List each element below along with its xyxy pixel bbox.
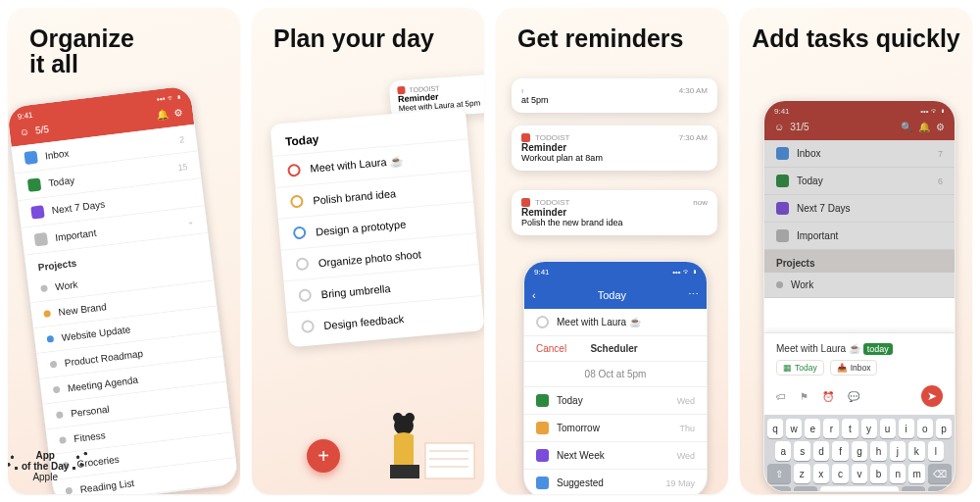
week-icon bbox=[776, 202, 789, 215]
arrow-right-icon bbox=[536, 449, 549, 462]
nav-today[interactable]: Today6 bbox=[764, 168, 955, 195]
gear-icon[interactable]: ⚙ bbox=[173, 107, 183, 119]
filter-icon bbox=[776, 229, 789, 242]
priority-ring-icon[interactable] bbox=[287, 164, 301, 177]
label-icon[interactable]: 🏷 bbox=[776, 391, 786, 402]
key-x[interactable]: x bbox=[813, 464, 830, 483]
nav-important[interactable]: Important bbox=[764, 223, 955, 250]
comment-icon[interactable]: 💬 bbox=[848, 391, 859, 402]
key-u[interactable]: u bbox=[880, 419, 896, 438]
schedule-option[interactable]: TomorrowThu bbox=[524, 415, 707, 442]
key-e[interactable]: e bbox=[805, 419, 820, 438]
bell-icon[interactable]: 🔔 bbox=[156, 109, 169, 121]
priority-ring-icon[interactable] bbox=[293, 226, 307, 239]
task-row[interactable]: Meet with Laura ☕ bbox=[524, 309, 707, 336]
key-return[interactable]: ⏎ bbox=[928, 486, 952, 492]
inbox-icon bbox=[776, 147, 789, 160]
priority-ring-icon[interactable] bbox=[298, 288, 312, 302]
project-item[interactable]: Work bbox=[764, 273, 955, 298]
key-n[interactable]: n bbox=[890, 464, 906, 483]
sparkle-icon bbox=[536, 477, 549, 489]
key-s[interactable]: s bbox=[794, 441, 809, 461]
key-q[interactable]: q bbox=[767, 419, 783, 438]
key-r[interactable]: r bbox=[823, 419, 839, 438]
illustration-person bbox=[370, 390, 478, 488]
phone-quick-add: 9:41••• ᯤ ▮ ☺ 31/5 🔍 🔔 ⚙ Inbox7 Today6 N… bbox=[763, 100, 956, 492]
key-l[interactable]: l bbox=[928, 441, 944, 461]
key-d[interactable]: d bbox=[813, 441, 829, 461]
week-icon bbox=[30, 205, 44, 219]
key-o[interactable]: o bbox=[917, 419, 933, 438]
key-h[interactable]: h bbox=[870, 441, 886, 461]
filter-icon bbox=[34, 232, 48, 246]
dot-icon bbox=[53, 386, 61, 394]
gear-icon[interactable]: ⚙ bbox=[936, 122, 945, 132]
submit-button[interactable]: ➤ bbox=[921, 385, 943, 407]
alarm-icon[interactable]: ⏰ bbox=[822, 391, 834, 402]
today-task-list: Today Meet with Laura ☕ Polish brand ide… bbox=[270, 108, 484, 348]
search-icon[interactable]: 🔍 bbox=[901, 122, 912, 132]
add-task-button[interactable]: + bbox=[307, 439, 340, 473]
quick-add-compose: Meet with Laura ☕ today ▦Today 📥Inbox 🏷 … bbox=[764, 332, 955, 492]
projects-heading: Projects bbox=[764, 250, 955, 273]
svg-point-6 bbox=[405, 413, 415, 423]
dot-icon bbox=[50, 361, 58, 369]
dot-icon bbox=[65, 487, 73, 494]
chip-today[interactable]: ▦Today bbox=[776, 360, 824, 376]
key-123[interactable]: 123 bbox=[767, 486, 791, 492]
key-g[interactable]: g bbox=[852, 441, 867, 461]
notification-card[interactable]: TODOISTnow Reminder Polish the new brand… bbox=[512, 190, 717, 235]
nav-inbox[interactable]: Inbox7 bbox=[764, 140, 955, 168]
schedule-option[interactable]: TodayWed bbox=[524, 387, 707, 415]
key-emoji[interactable]: ☺ bbox=[794, 486, 817, 492]
key-p[interactable]: p bbox=[936, 419, 952, 438]
chip-inbox[interactable]: 📥Inbox bbox=[830, 360, 878, 376]
key-v[interactable]: v bbox=[852, 464, 868, 483]
nav-next7days[interactable]: Next 7 Days bbox=[764, 195, 955, 223]
date-token[interactable]: today bbox=[863, 343, 893, 355]
key-c[interactable]: c bbox=[832, 464, 849, 483]
key-a[interactable]: a bbox=[775, 441, 791, 461]
productivity-icon[interactable]: ☺ bbox=[19, 126, 29, 137]
cancel-button[interactable]: Cancel bbox=[536, 343, 566, 354]
priority-ring-icon[interactable] bbox=[536, 316, 549, 328]
key-m[interactable]: m bbox=[908, 464, 925, 483]
dot-icon bbox=[59, 436, 67, 444]
panel-reminders: Get reminders ı4:30 AM at 5pm TODOIST7:3… bbox=[496, 8, 728, 494]
key-space[interactable]: space bbox=[820, 486, 899, 492]
schedule-option[interactable]: Next WeekWed bbox=[524, 442, 707, 470]
flag-icon[interactable]: ⚑ bbox=[800, 391, 808, 402]
notification-card[interactable]: ı4:30 AM at 5pm bbox=[512, 78, 717, 113]
key-z[interactable]: z bbox=[794, 464, 810, 483]
key-t[interactable]: t bbox=[842, 419, 858, 438]
dot-icon bbox=[43, 310, 51, 318]
productivity-counter[interactable]: 5/5 bbox=[34, 124, 49, 136]
key-mic[interactable]: 🎤 bbox=[902, 486, 925, 492]
productivity-icon[interactable]: ☺ bbox=[774, 122, 784, 132]
priority-ring-icon[interactable] bbox=[290, 195, 304, 209]
key-⇧[interactable]: ⇧ bbox=[767, 464, 791, 483]
panel4-heading: Add tasks quickly bbox=[740, 25, 972, 51]
phone-organize: 9:41 ••• ᯤ ▮ ☺ 5/5 🔔 ⚙ Inbox 2 Today 15 … bbox=[8, 84, 239, 494]
priority-ring-icon[interactable] bbox=[301, 320, 315, 333]
key-w[interactable]: w bbox=[786, 419, 802, 438]
key-k[interactable]: k bbox=[908, 441, 924, 461]
key-⌫[interactable]: ⌫ bbox=[928, 464, 952, 483]
award-badge: App of the Day Apple bbox=[22, 450, 69, 482]
key-f[interactable]: f bbox=[832, 441, 848, 461]
dot-icon bbox=[40, 284, 48, 292]
notification-card[interactable]: TODOIST7:30 AM Reminder Workout plan at … bbox=[512, 126, 717, 171]
app-icon bbox=[521, 198, 530, 207]
more-icon[interactable]: ⋯ bbox=[688, 288, 699, 301]
key-j[interactable]: j bbox=[890, 441, 906, 461]
productivity-counter[interactable]: 31/5 bbox=[790, 122, 808, 132]
inbox-icon bbox=[24, 151, 37, 165]
key-i[interactable]: i bbox=[899, 419, 914, 438]
bell-icon[interactable]: 🔔 bbox=[918, 122, 930, 132]
key-b[interactable]: b bbox=[870, 464, 887, 483]
priority-ring-icon[interactable] bbox=[295, 257, 309, 271]
key-y[interactable]: y bbox=[861, 419, 877, 438]
schedule-option[interactable]: Suggested19 May bbox=[524, 470, 707, 494]
calendar-icon bbox=[27, 177, 41, 191]
compose-input[interactable]: Meet with Laura ☕ today bbox=[764, 333, 955, 360]
